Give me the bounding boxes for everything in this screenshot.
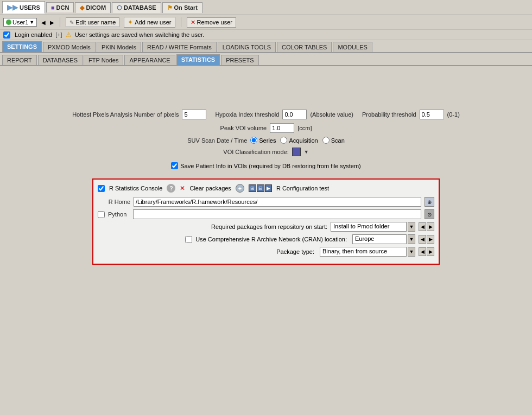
tab-pkin[interactable]: PKIN Models: [97, 42, 141, 52]
cran-dropdown-arrow[interactable]: ▼: [408, 234, 415, 244]
dcn-icon: ■: [51, 4, 55, 11]
save-patient-label: Save Patient Info in VOIs (required by D…: [180, 163, 361, 169]
hottest-input[interactable]: [182, 110, 206, 119]
r-statistics-checkbox[interactable]: [98, 185, 105, 192]
package-type-next-arrow[interactable]: ▶: [427, 247, 434, 256]
settings-tabs-row: SETTINGS PXMOD Models PKIN Models READ /…: [0, 40, 532, 53]
cran-prev-arrow[interactable]: ◀: [419, 235, 426, 244]
onstart-icon: ⚑: [167, 4, 173, 11]
tab-readwrite-label: READ / WRITE Formats: [147, 44, 212, 50]
nav-tab-dicom[interactable]: ◆ DICOM: [75, 2, 111, 13]
nav-tab-dicom-label: DICOM: [86, 4, 106, 11]
package-type-prev-arrow[interactable]: ◀: [419, 247, 426, 256]
subtab-appearance[interactable]: APPEARANCE: [124, 55, 175, 65]
login-enabled-checkbox[interactable]: [3, 31, 10, 39]
hottest-row: Hottest Pixels Analysis Number of pixels…: [0, 110, 532, 119]
add-button[interactable]: +: [236, 184, 244, 193]
tab-modules-label: MODULES: [338, 44, 367, 50]
hypoxia-input[interactable]: [282, 110, 307, 119]
edit-icon: ✎: [69, 20, 74, 25]
nav-next-button[interactable]: ▶: [50, 20, 54, 25]
add-icon: ✦: [128, 18, 133, 26]
req-packages-next-arrow[interactable]: ▶: [427, 222, 434, 231]
suv-series-option[interactable]: Series: [250, 137, 276, 144]
edit-user-button[interactable]: ✎ Edit user name: [66, 17, 119, 27]
subtab-statistics[interactable]: STATISTICS: [176, 54, 220, 65]
nav-prev-button[interactable]: ◀: [41, 20, 46, 25]
subtab-report-label: REPORT: [7, 57, 32, 63]
suv-row: SUV Scan Date / Time Series Acquisition …: [0, 137, 532, 144]
subtab-appearance-label: APPEARANCE: [129, 57, 170, 63]
remove-user-button[interactable]: ✕ Remove user: [187, 17, 236, 28]
package-type-dropdown[interactable]: Binary, then from source ▼: [320, 247, 415, 257]
nav-tab-database-label: DATABASE: [124, 4, 156, 11]
top-nav: ▶▶ USERS ■ DCN ◆ DICOM ⬡ DATABASE ⚑ On S…: [0, 0, 532, 15]
req-packages-row: Required packages from repository on sta…: [98, 222, 434, 232]
save-patient-checkbox[interactable]: [171, 162, 178, 169]
cran-next-arrow[interactable]: ▶: [427, 235, 434, 244]
clear-label[interactable]: Clear packages: [189, 185, 231, 191]
voi-color-box[interactable]: [292, 148, 301, 156]
tab-modules[interactable]: MODULES: [333, 42, 372, 52]
python-browse-button[interactable]: ⊙: [425, 209, 434, 219]
r-home-browse-button[interactable]: ⊕: [425, 197, 434, 207]
tab-pxmod[interactable]: PXMOD Models: [43, 42, 96, 52]
hottest-label: Hottest Pixels Analysis Number of pixels: [72, 111, 179, 118]
peak-voi-label: Peak VOI volume: [220, 125, 267, 131]
subtab-databases[interactable]: DATABASES: [38, 55, 83, 65]
tab-pkin-label: PKIN Models: [102, 44, 136, 50]
cran-checkbox[interactable]: [185, 236, 192, 243]
db-icon-mid: ⊟: [257, 184, 264, 192]
suv-acquisition-option[interactable]: Acquisition: [280, 137, 318, 144]
user-dropdown[interactable]: User1 ▼: [3, 18, 37, 27]
nav-tab-database[interactable]: ⬡ DATABASE: [112, 2, 161, 13]
req-packages-dropdown[interactable]: Install to Pmod folder ▼: [331, 222, 415, 232]
username-label: User1: [12, 19, 28, 25]
req-packages-dropdown-arrow[interactable]: ▼: [408, 222, 415, 232]
voi-dropdown-arrow[interactable]: ▼: [304, 149, 309, 155]
tab-loading[interactable]: LOADING TOOLS: [218, 42, 276, 52]
subtab-presets-label: PRESETS: [226, 57, 254, 63]
add-user-label: Add new user: [135, 19, 171, 25]
page-wrapper: ▶▶ USERS ■ DCN ◆ DICOM ⬡ DATABASE ⚑ On S…: [0, 0, 532, 415]
req-packages-prev-arrow[interactable]: ◀: [419, 222, 426, 231]
subtab-ftp[interactable]: FTP Nodes: [84, 55, 123, 65]
warning-text: User settings are saved when switching t…: [75, 31, 204, 38]
probability-input[interactable]: [420, 110, 444, 119]
tab-colortables[interactable]: COLOR TABLES: [277, 42, 332, 52]
nav-tab-dcn[interactable]: ■ DCN: [46, 2, 74, 12]
add-user-button[interactable]: ✦ Add new user: [124, 17, 175, 28]
python-label: Python: [108, 211, 130, 218]
dropdown-chevron-icon: ▼: [29, 20, 34, 25]
voi-row: VOI Classification mode: ▼: [0, 148, 532, 156]
warning-icon: ⚠: [66, 31, 72, 39]
subtabs-row: REPORT DATABASES FTP Nodes APPEARANCE ST…: [0, 53, 532, 66]
peak-voi-input[interactable]: [270, 123, 294, 133]
package-type-label: Package type:: [276, 248, 314, 255]
hypoxia-label: Hypoxia Index threshold: [215, 111, 279, 118]
peak-voi-row: Peak VOI volume [ccm]: [0, 123, 532, 133]
r-home-input[interactable]: [134, 197, 421, 207]
r-statistics-panel: R Statistics Console ? ✕ Clear packages …: [92, 178, 440, 265]
subtab-ftp-label: FTP Nodes: [88, 57, 118, 63]
tab-settings[interactable]: SETTINGS: [2, 41, 42, 52]
cran-dropdown[interactable]: Europe ▼: [352, 234, 415, 244]
help-icon[interactable]: ?: [167, 184, 175, 193]
login-row: Login enabled [+] ⚠ User settings are sa…: [0, 30, 532, 40]
subtab-report[interactable]: REPORT: [2, 55, 37, 65]
nav-tab-users-label: USERS: [20, 4, 40, 11]
python-checkbox[interactable]: [98, 211, 105, 218]
suv-scan-option[interactable]: Scan: [322, 137, 345, 144]
package-type-dropdown-arrow[interactable]: ▼: [408, 247, 415, 257]
nav-tab-onstart[interactable]: ⚑ On Start: [162, 2, 202, 13]
nav-tab-users[interactable]: ▶▶ USERS: [2, 1, 45, 14]
toolbar-separator: [60, 17, 60, 27]
tab-readwrite[interactable]: READ / WRITE Formats: [142, 42, 217, 52]
content-area: Hottest Pixels Analysis Number of pixels…: [0, 66, 532, 415]
r-config-label: R Configuration test: [276, 185, 329, 191]
r-panel-header: R Statistics Console ? ✕ Clear packages …: [98, 184, 434, 193]
python-input[interactable]: [133, 209, 421, 219]
nav-tab-onstart-label: On Start: [174, 4, 198, 11]
cran-value: Europe: [352, 234, 407, 244]
subtab-presets[interactable]: PRESETS: [221, 55, 258, 65]
